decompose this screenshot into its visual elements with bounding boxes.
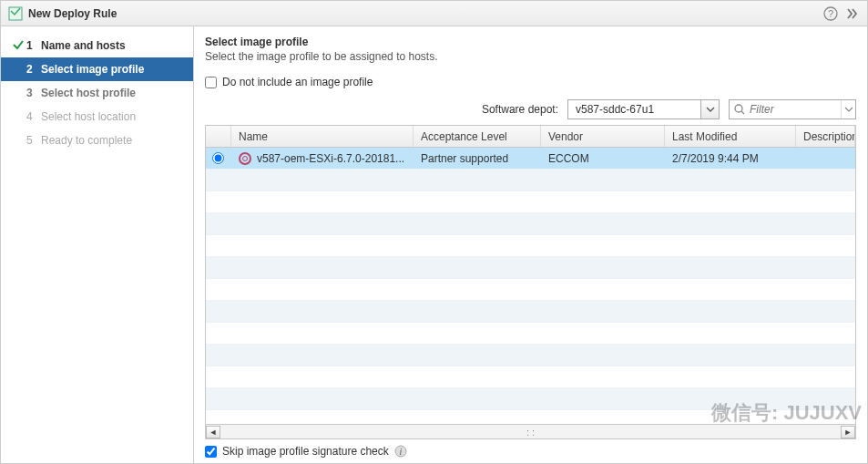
image-profile-icon xyxy=(239,152,251,165)
table-row xyxy=(206,323,855,345)
table-header: Name Acceptance Level Vendor Last Modifi… xyxy=(206,126,855,148)
table-row xyxy=(206,345,855,366)
col-vendor[interactable]: Vendor xyxy=(541,126,665,147)
wizard-steps: 1 Name and hosts 2 Select image profile … xyxy=(1,26,194,463)
image-profile-table: Name Acceptance Level Vendor Last Modifi… xyxy=(205,125,856,439)
scroll-track[interactable]: : : xyxy=(220,426,841,438)
table-row xyxy=(206,170,855,191)
table-body: v587-oem-ESXi-6.7.0-20181... Partner sup… xyxy=(206,148,855,424)
row-radio[interactable] xyxy=(212,152,224,164)
table-row xyxy=(206,213,855,235)
search-icon xyxy=(730,103,750,116)
svg-line-4 xyxy=(741,111,744,114)
horizontal-scrollbar[interactable]: ◄ : : ► xyxy=(206,424,855,438)
page-subtitle: Select the image profile to be assigned … xyxy=(205,50,856,63)
window-title: New Deploy Rule xyxy=(28,7,117,20)
filter-input[interactable] xyxy=(750,103,841,116)
svg-point-3 xyxy=(735,105,742,112)
table-row xyxy=(206,388,855,410)
col-name[interactable]: Name xyxy=(231,126,414,147)
step-ready-to-complete: 5 Ready to complete xyxy=(1,129,193,152)
no-include-label: Do not include an image profile xyxy=(222,76,373,88)
row-description xyxy=(796,148,855,169)
scroll-right-button[interactable]: ► xyxy=(841,426,855,438)
row-name: v587-oem-ESXi-6.7.0-20181... xyxy=(257,152,404,165)
no-include-image-profile-checkbox[interactable] xyxy=(205,77,217,88)
advance-icon[interactable] xyxy=(845,6,860,21)
table-row[interactable]: v587-oem-ESXi-6.7.0-20181... Partner sup… xyxy=(206,148,855,170)
help-icon[interactable]: ? xyxy=(823,6,838,21)
deploy-rule-icon xyxy=(8,6,23,21)
scroll-left-button[interactable]: ◄ xyxy=(206,426,220,438)
table-row xyxy=(206,191,855,213)
info-icon[interactable]: i xyxy=(394,445,407,458)
table-row xyxy=(206,279,855,301)
row-modified: 2/7/2019 9:44 PM xyxy=(665,148,796,169)
software-depot-value: v587-sddc-67u1 xyxy=(568,103,700,116)
step-select-host-profile[interactable]: 3 Select host profile xyxy=(1,81,193,105)
col-modified[interactable]: Last Modified xyxy=(665,126,796,147)
chevron-down-icon[interactable] xyxy=(700,100,719,119)
svg-text:i: i xyxy=(399,447,402,457)
skip-signature-label: Skip image profile signature check xyxy=(222,445,389,458)
step-name-and-hosts[interactable]: 1 Name and hosts xyxy=(1,34,193,57)
svg-text:?: ? xyxy=(828,8,833,19)
step-select-image-profile[interactable]: 2 Select image profile xyxy=(1,57,193,81)
table-row xyxy=(206,301,855,323)
row-vendor: ECCOM xyxy=(541,148,665,169)
step-select-host-location: 4 Select host location xyxy=(1,105,193,129)
skip-signature-checkbox[interactable] xyxy=(205,446,217,458)
software-depot-dropdown[interactable]: v587-sddc-67u1 xyxy=(567,99,720,119)
table-row xyxy=(206,366,855,388)
col-acceptance[interactable]: Acceptance Level xyxy=(414,126,541,147)
titlebar: New Deploy Rule ? xyxy=(1,1,867,26)
table-row xyxy=(206,235,855,257)
filter-dropdown-icon[interactable] xyxy=(841,100,855,119)
check-icon xyxy=(12,38,25,54)
col-description[interactable]: Description xyxy=(796,126,855,147)
software-depot-label: Software depot: xyxy=(482,103,558,116)
table-row xyxy=(206,257,855,279)
page-title: Select image profile xyxy=(205,36,856,48)
row-acceptance: Partner supported xyxy=(414,148,541,169)
filter-box[interactable] xyxy=(729,99,856,119)
